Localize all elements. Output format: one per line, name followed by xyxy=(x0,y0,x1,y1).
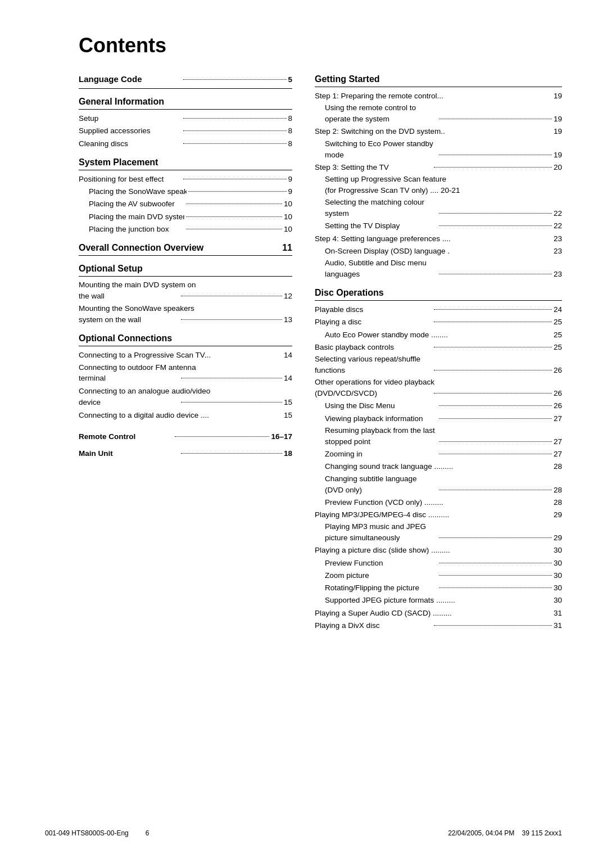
left-column: Language Code 5 General Information Setu… xyxy=(79,74,292,632)
toc-tv-display: Setting the TV Display 22 xyxy=(315,220,562,232)
toc-supplied-accessories: Supplied accessories 8 xyxy=(79,125,292,137)
toc-divx: Playing a DivX disc 31 xyxy=(315,620,562,631)
toc-outdoor-fm: Connecting to outdoor FM antenna termina… xyxy=(79,363,292,385)
toc-main-unit: Main Unit 18 xyxy=(79,448,292,459)
toc-outdoor-fm-line2: terminal 14 xyxy=(79,373,292,384)
toc-step4: Step 4: Setting language preferences ...… xyxy=(315,233,562,245)
toc-picture-disc: Playing a picture disc (slide show) ....… xyxy=(315,545,562,556)
toc-preview-function: Preview Function 30 xyxy=(315,558,562,569)
remote-control-block: Remote Control 16–17 xyxy=(79,431,292,442)
page-footer: 001-049 HTS8000S-00-Eng 6 22/04/2005, 04… xyxy=(0,829,607,837)
section-header-system-placement: System Placement xyxy=(79,157,292,170)
toc-step2: Step 2: Switching on the DVD system.. 19 xyxy=(315,126,562,137)
toc-repeat-shuffle-line2: functions 26 xyxy=(315,365,562,376)
right-column: Getting Started Step 1: Preparing the re… xyxy=(315,74,562,632)
toc-step1: Step 1: Preparing the remote control... … xyxy=(315,91,562,102)
toc-av-subwoofer: Placing the AV subwoofer 10 xyxy=(79,198,292,210)
toc-repeat-shuffle: Selecting various repeat/shuffle functio… xyxy=(315,354,562,376)
toc-resuming-playback: Resuming playback from the last stopped … xyxy=(315,426,562,447)
lang-code-page: 5 xyxy=(288,75,293,84)
toc-matching-colour: Selecting the matching colour system 22 xyxy=(315,197,562,219)
toc-sacd: Playing a Super Audio CD (SACD) ........… xyxy=(315,608,562,619)
toc-setup: Setup 8 xyxy=(79,113,292,124)
toc-audio-subtitle: Audio, Subtitle and Disc menu languages … xyxy=(315,258,562,280)
toc-subtitle-language: Changing subtitle language (DVD only) 28 xyxy=(315,474,562,496)
section-header-getting-started: Getting Started xyxy=(315,74,562,87)
lang-code-dots xyxy=(183,79,286,80)
page-title: Contents xyxy=(79,34,562,57)
section-header-general-info: General Information xyxy=(79,97,292,110)
section-header-disc-operations: Disc Operations xyxy=(315,288,562,301)
toc-auto-eco: Auto Eco Power standby mode ........ 25 xyxy=(315,329,562,341)
toc-rotating-flipping: Rotating/Flipping the picture 30 xyxy=(315,582,562,594)
toc-mounting-dvd-line2: the wall 12 xyxy=(79,291,292,302)
toc-sonowave-speakers: Placing the SonoWave speakers 9 xyxy=(79,186,292,197)
section-header-optional-connections: Optional Connections xyxy=(79,333,292,346)
toc-playable-discs: Playable discs 24 xyxy=(315,304,562,315)
toc-analogue-audio-video: Connecting to an analogue audio/video de… xyxy=(79,386,292,408)
toc-progressive-scan-feature: Setting up Progressive Scan feature (for… xyxy=(315,174,562,196)
lang-code-title: Language Code xyxy=(79,74,182,84)
overall-connection-page: 11 xyxy=(282,243,292,253)
footer-right: 22/04/2005, 04:04 PM 39 115 2xxx1 xyxy=(448,829,562,837)
toc-matching-colour-line2: system 22 xyxy=(325,208,562,219)
toc-audio-subtitle-line2: languages 23 xyxy=(325,269,562,280)
footer-page-left: 6 xyxy=(146,829,150,837)
toc-zooming-in: Zooming in 27 xyxy=(315,449,562,460)
toc-subtitle-language-line2: (DVD only) 28 xyxy=(325,485,562,496)
language-code-entry: Language Code 5 xyxy=(79,74,292,89)
toc-progressive-scan-tv: Connecting to a Progressive Scan TV... 1… xyxy=(79,350,292,361)
toc-progressive-scan-feature-line2: (for Progressive Scan TV only) .... 20-2… xyxy=(325,185,562,196)
toc-mp3-jpeg: Playing MP3/JPEG/MPEG-4 disc .......... … xyxy=(315,509,562,521)
toc-zoom-picture: Zoom picture 30 xyxy=(315,570,562,581)
main-unit-block: Main Unit 18 xyxy=(79,448,292,459)
toc-cleaning-discs: Cleaning discs 8 xyxy=(79,138,292,150)
toc-remote-control: Remote Control 16–17 xyxy=(79,431,292,442)
toc-playing-disc: Playing a disc 25 xyxy=(315,317,562,328)
toc-basic-playback: Basic playback controls 25 xyxy=(315,342,562,353)
toc-using-remote-line2: operate the system 19 xyxy=(325,114,562,125)
toc-step3: Step 3: Setting the TV 20 xyxy=(315,162,562,173)
toc-main-dvd-system: Placing the main DVD system 10 xyxy=(79,211,292,223)
toc-other-video-ops-line2: (DVD/VCD/SVCD) 26 xyxy=(315,388,562,399)
toc-jpeg-formats: Supported JPEG picture formats .........… xyxy=(315,595,562,606)
toc-digital-audio: Connecting to a digital audio device ...… xyxy=(79,410,292,421)
toc-eco-standby-line2: mode 19 xyxy=(325,150,562,161)
footer-doc-id: 001-049 HTS8000S-00-Eng xyxy=(45,829,129,837)
toc-disc-menu: Using the Disc Menu 26 xyxy=(315,400,562,412)
toc-preview-vcd: Preview Function (VCD only) ......... 28 xyxy=(315,497,562,508)
overall-connection-title: Overall Connection Overview xyxy=(79,243,203,253)
toc-mounting-sonowave: Mounting the SonoWave speakers system on… xyxy=(79,304,292,326)
toc-viewing-playback-info: Viewing playback information 27 xyxy=(315,413,562,424)
toc-other-video-ops: Other operations for video playback (DVD… xyxy=(315,377,562,399)
toc-mounting-dvd: Mounting the main DVD system on the wall… xyxy=(79,280,292,302)
toc-positioning: Positioning for best effect 9 xyxy=(79,174,292,185)
section-header-overall-connection: Overall Connection Overview 11 xyxy=(79,243,292,256)
footer-code: 39 115 2xxx1 xyxy=(522,829,562,837)
toc-mp3-jpeg-simultaneous: Playing MP3 music and JPEG picture simul… xyxy=(315,522,562,544)
toc-using-remote: Using the remote control to operate the … xyxy=(315,103,562,125)
toc-mounting-sonowave-line2: system on the wall 13 xyxy=(79,314,292,326)
toc-analogue-audio-video-line2: device 15 xyxy=(79,397,292,408)
toc-osd-language: On-Screen Display (OSD) language . 23 xyxy=(315,246,562,257)
footer-date: 22/04/2005, 04:04 PM xyxy=(448,829,514,837)
toc-mp3-jpeg-simultaneous-line2: picture simultaneously 29 xyxy=(325,532,562,544)
toc-junction-box: Placing the junction box 10 xyxy=(79,224,292,235)
section-header-optional-setup: Optional Setup xyxy=(79,264,292,277)
toc-eco-standby: Switching to Eco Power standby mode 19 xyxy=(315,139,562,161)
toc-resuming-playback-line2: stopped point 27 xyxy=(325,436,562,447)
toc-sound-track: Changing sound track language ......... … xyxy=(315,461,562,472)
footer-left: 001-049 HTS8000S-00-Eng 6 xyxy=(45,829,149,837)
